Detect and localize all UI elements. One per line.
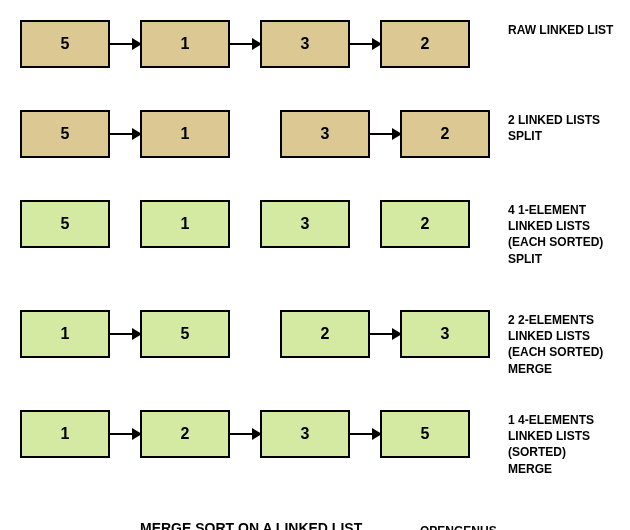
gap-spacer [230, 334, 280, 335]
list-node: 2 [400, 110, 490, 158]
arrow-icon [110, 133, 140, 135]
list-node: 1 [20, 310, 110, 358]
list-node: 3 [260, 20, 350, 68]
arrow-icon [110, 433, 140, 435]
list-node: 5 [20, 110, 110, 158]
arrow-icon [110, 333, 140, 335]
diagram-row: 5132 [20, 200, 470, 248]
arrow-icon [230, 43, 260, 45]
list-node: 5 [140, 310, 230, 358]
diagram-credit: OPENGENUS [420, 524, 497, 530]
row-label: 2 LINKED LISTSSPLIT [508, 112, 626, 144]
diagram-row: 5132 [20, 20, 470, 68]
gap-spacer [110, 224, 140, 225]
list-node: 3 [260, 410, 350, 458]
list-node: 1 [140, 20, 230, 68]
row-label: 4 1-ELEMENT LINKED LISTS (EACH SORTED)SP… [508, 202, 626, 267]
diagram-row: 1523 [20, 310, 490, 358]
list-node: 2 [380, 20, 470, 68]
list-node: 5 [380, 410, 470, 458]
list-node: 3 [280, 110, 370, 158]
list-node: 5 [20, 20, 110, 68]
row-label: 1 4-ELEMENTS LINKED LISTS (SORTED)MERGE [508, 412, 626, 477]
diagram-title: MERGE SORT ON A LINKED LIST [140, 520, 362, 530]
arrow-icon [110, 43, 140, 45]
arrow-icon [230, 433, 260, 435]
gap-spacer [350, 224, 380, 225]
list-node: 3 [260, 200, 350, 248]
diagram-row: 5132 [20, 110, 490, 158]
list-node: 1 [20, 410, 110, 458]
list-node: 3 [400, 310, 490, 358]
arrow-icon [350, 433, 380, 435]
arrow-icon [350, 43, 380, 45]
row-label: 2 2-ELEMENTS LINKED LISTS (EACH SORTED)M… [508, 312, 626, 377]
list-node: 2 [140, 410, 230, 458]
arrow-icon [370, 333, 400, 335]
arrow-icon [370, 133, 400, 135]
gap-spacer [230, 134, 280, 135]
row-label: RAW LINKED LIST [508, 22, 626, 38]
gap-spacer [230, 224, 260, 225]
list-node: 2 [380, 200, 470, 248]
list-node: 1 [140, 200, 230, 248]
diagram-row: 1235 [20, 410, 470, 458]
list-node: 5 [20, 200, 110, 248]
list-node: 2 [280, 310, 370, 358]
list-node: 1 [140, 110, 230, 158]
